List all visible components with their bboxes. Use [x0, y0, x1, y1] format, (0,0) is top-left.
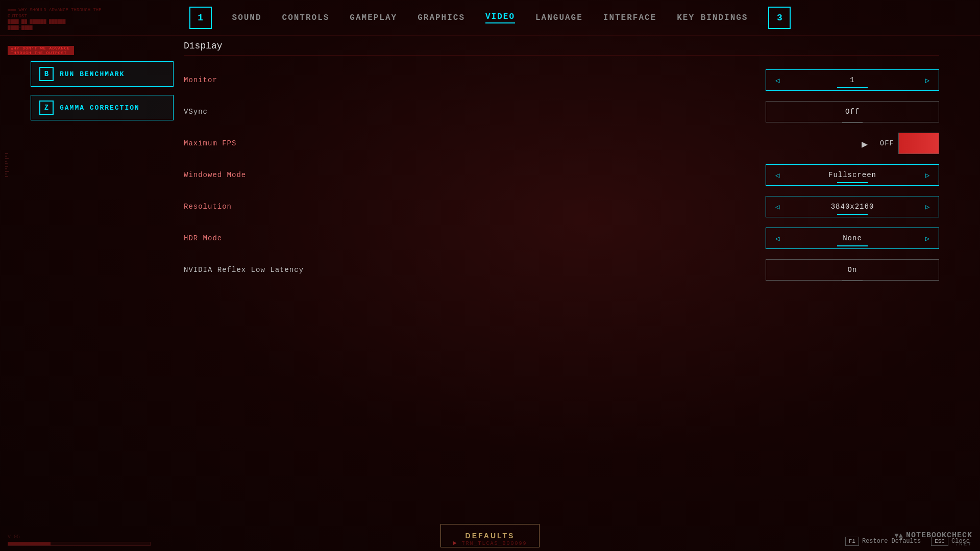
hdr-mode-value: None	[789, 234, 916, 242]
resolution-value: 3840x2160	[789, 203, 916, 211]
windowed-mode-next-button[interactable]	[916, 165, 939, 185]
resolution-control: 3840x2160	[766, 196, 939, 217]
left-sidebar: B RUN BENCHMARK Z GAMMA CORRECTION	[31, 61, 174, 129]
monitor-value: 1	[789, 76, 916, 84]
version-text: V 05	[8, 534, 151, 540]
run-benchmark-label: RUN BENCHMARK	[60, 70, 125, 78]
vsync-label: VSync	[184, 108, 208, 116]
windowed-mode-label: Windowed Mode	[184, 171, 246, 179]
resolution-next-button[interactable]	[916, 196, 939, 217]
nvidia-reflex-control: On	[766, 259, 939, 281]
main-content: Display Monitor 1 VSync Off M	[184, 41, 939, 510]
nvidia-reflex-button[interactable]: On	[766, 259, 939, 281]
logo-text: ═══ WHY SHOULD ADVANCE THROUGH THE OUTPO…	[8, 8, 110, 32]
vsync-control: Off	[766, 101, 939, 122]
logo-area: ═══ WHY SHOULD ADVANCE THROUGH THE OUTPO…	[8, 8, 110, 32]
cursor-indicator: ▶	[862, 138, 868, 151]
monitor-control: 1	[766, 69, 939, 91]
vsync-value: Off	[845, 108, 860, 116]
nav-item-controls[interactable]: CONTROLS	[282, 13, 330, 22]
nav-item-key-bindings[interactable]: KEY BINDINGS	[677, 13, 748, 22]
nbcheck-name: NOTEBOOKCHECK	[906, 531, 972, 540]
max-fps-label: Maximum FPS	[184, 139, 236, 147]
resolution-row: Resolution 3840x2160	[184, 194, 939, 219]
notebookcheck-watermark: ▼▲ NOTEBOOKCHECK .NET	[894, 531, 972, 547]
windowed-mode-value: Fullscreen	[789, 171, 916, 179]
windowed-mode-row: Windowed Mode Fullscreen	[184, 163, 939, 187]
hdr-mode-next-button[interactable]	[916, 228, 939, 248]
restore-defaults-key: F1	[845, 537, 859, 546]
nbcheck-subtitle: .NET	[955, 541, 972, 547]
nav-item-graphics[interactable]: GRAPHICS	[418, 13, 465, 22]
vsync-button[interactable]: Off	[766, 101, 939, 122]
nvidia-reflex-label: NVIDIA Reflex Low Latency	[184, 266, 304, 274]
nvidia-reflex-value: On	[848, 266, 857, 274]
windowed-mode-control: Fullscreen	[766, 164, 939, 186]
settings-area: Monitor 1 VSync Off Maximum FPS	[184, 68, 939, 282]
monitor-next-button[interactable]	[916, 70, 939, 90]
run-benchmark-button[interactable]: B RUN BENCHMARK	[31, 61, 174, 87]
hdr-mode-row: HDR Mode None	[184, 226, 939, 251]
fps-control-group: OFF	[766, 133, 939, 154]
nvidia-reflex-row: NVIDIA Reflex Low Latency On	[184, 258, 939, 282]
logo-bar: WHY DON'T WE ADVANCE THROUGH THE OUTPOST	[8, 46, 74, 55]
version-bar	[8, 542, 151, 546]
version-area: V 05	[8, 534, 151, 546]
nav-item-video[interactable]: VIDEO	[485, 12, 515, 23]
run-benchmark-key: B	[39, 67, 54, 81]
fps-color-picker[interactable]	[898, 133, 939, 154]
bottom-barcode-text: TRN_TLCAS_B00099	[462, 541, 527, 546]
nbcheck-icon: ▼▲	[894, 532, 903, 540]
logo-bar-text: WHY DON'T WE ADVANCE THROUGH THE OUTPOST	[11, 46, 71, 55]
monitor-row: Monitor 1	[184, 68, 939, 92]
resolution-label: Resolution	[184, 203, 232, 211]
fps-off-label: OFF	[880, 139, 894, 147]
nav-item-interface[interactable]: INTERFACE	[603, 13, 656, 22]
hdr-mode-control: None	[766, 228, 939, 249]
section-title: Display	[184, 41, 939, 56]
hdr-mode-selector[interactable]: None	[766, 228, 939, 249]
max-fps-control: OFF	[766, 133, 939, 154]
resolution-prev-button[interactable]	[766, 196, 789, 217]
bottom-center-label: ► TRN_TLCAS_B00099	[453, 540, 527, 547]
nav-bracket-left: 1	[189, 7, 212, 29]
nav-item-language[interactable]: LANGUAGE	[535, 13, 583, 22]
monitor-prev-button[interactable]	[766, 70, 789, 90]
gamma-correction-key: Z	[39, 101, 54, 115]
gamma-correction-label: GAMMA CORRECTION	[60, 104, 140, 112]
max-fps-row: Maximum FPS OFF	[184, 131, 939, 156]
bottom-arrow-icon: ►	[453, 540, 457, 547]
hdr-mode-prev-button[interactable]	[766, 228, 789, 248]
windowed-mode-selector[interactable]: Fullscreen	[766, 164, 939, 186]
resolution-selector[interactable]: 3840x2160	[766, 196, 939, 217]
hdr-mode-label: HDR Mode	[184, 234, 222, 242]
gamma-correction-button[interactable]: Z GAMMA CORRECTION	[31, 95, 174, 120]
nbcheck-top-row: ▼▲ NOTEBOOKCHECK	[894, 531, 972, 540]
vsync-row: VSync Off	[184, 99, 939, 124]
nav-bracket-right: 3	[768, 7, 791, 29]
monitor-label: Monitor	[184, 76, 217, 84]
nav-item-sound[interactable]: SOUND	[232, 13, 262, 22]
top-navigation: 1 SOUND CONTROLS GAMEPLAY GRAPHICS VIDEO…	[0, 0, 980, 36]
version-bar-fill	[8, 542, 51, 545]
nav-item-gameplay[interactable]: GAMEPLAY	[350, 13, 397, 22]
monitor-selector[interactable]: 1	[766, 69, 939, 91]
windowed-mode-prev-button[interactable]	[766, 165, 789, 185]
left-edge-decoration	[5, 153, 9, 177]
nav-divider	[0, 36, 980, 36]
